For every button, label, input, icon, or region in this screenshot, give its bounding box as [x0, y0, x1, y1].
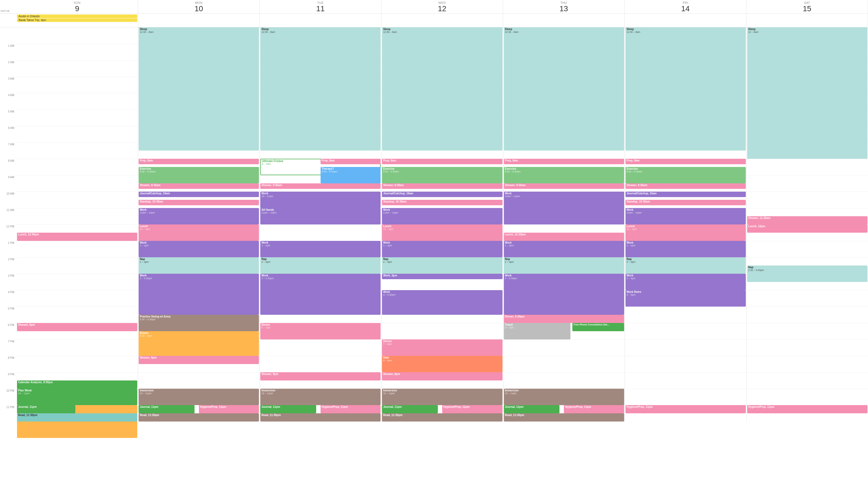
event-lunch-mon[interactable]: Lunch 12 – 1pm	[138, 225, 259, 241]
event-nap-thu[interactable]: Nap 2 – 3pm	[504, 257, 624, 274]
event-journal-catchup-fri[interactable]: Journal/Catchup, 10am	[625, 192, 746, 197]
event-shower-sun[interactable]: Shower, 6pm	[17, 323, 137, 331]
event-dinner-wed[interactable]: Dinner 7 – 8pm	[382, 339, 502, 356]
event-work-fri-3[interactable]: Work 3 – 4pm	[625, 274, 746, 290]
event-all-hands-tue[interactable]: All Hands 11am – 12pm	[260, 208, 380, 225]
allday-austin[interactable]: Austin in Orlando	[17, 14, 137, 18]
event-hygiene-fri[interactable]: Hygiene/Prep, 11pm	[625, 405, 746, 413]
event-work-thu-2[interactable]: Work 1 – 2pm	[504, 241, 624, 257]
event-work-fri-1[interactable]: Work 11am – 12pm	[625, 208, 746, 225]
event-sleep-sat[interactable]: Sleep 12 – 8am	[747, 27, 867, 159]
event-practice-swing-mon[interactable]: Practice Swing w/ Anna 5:30 – 6:30pm	[138, 315, 259, 331]
event-read-sun-late[interactable]: Read, 11:30pm	[17, 413, 137, 421]
event-standup-mon[interactable]: Standup, 10:30am	[138, 200, 259, 205]
event-lunch-wed[interactable]: Lunch 12 – 1pm	[382, 225, 502, 241]
event-hygiene-thu[interactable]: Hygiene/Prep, 11pm	[564, 405, 624, 413]
event-journal-tue[interactable]: Journal, 11pm	[260, 405, 316, 413]
event-dinner-tue[interactable]: Dinner 6 – 7pm	[260, 323, 380, 339]
event-hygiene-tue[interactable]: Hygiene/Prep, 11pm	[320, 405, 381, 413]
event-immersion-mon[interactable]: Immersion 10 – 11pm	[138, 389, 259, 405]
event-sleep-tue[interactable]: Sleep 12:30 – 8am	[260, 27, 380, 150]
event-sleep-wed[interactable]: Sleep 12:30 – 8am	[382, 27, 502, 150]
allday-thu	[503, 14, 625, 27]
event-nap-mon[interactable]: Nap 2 – 3pm	[138, 257, 259, 274]
event-shower-mon-8pm[interactable]: Shower, 8pm	[138, 356, 259, 364]
event-work-wed-2[interactable]: Work 1 – 2pm	[382, 241, 502, 257]
event-read-thu-late[interactable]: Read, 11:30pm	[504, 413, 624, 421]
event-cal-analysis-sun[interactable]: Calendar Analysis, 9:30pm	[17, 380, 137, 389]
event-work-wed-4[interactable]: Work 4 – 5:30pm	[382, 290, 502, 315]
event-journal-sun[interactable]: Journal, 11pm	[17, 405, 75, 413]
event-dinner-mon[interactable]: Dinner 6:30 – 8pm	[138, 331, 259, 356]
event-shower-thu[interactable]: Shower, 9:30am	[504, 183, 624, 189]
event-immersion-tue[interactable]: Immersion 10 – 11pm	[260, 389, 380, 405]
event-nap-wed[interactable]: Nap 2 – 3pm	[382, 257, 502, 274]
event-hygiene-wed[interactable]: Hygiene/Prep, 11pm	[442, 405, 502, 413]
event-lunch-fri[interactable]: Lunch 12 – 1pm	[625, 225, 746, 241]
event-work-mon-2[interactable]: Work 1 – 2pm	[138, 241, 259, 257]
event-work-retro-fri[interactable]: Work Retro 4 – 5pm	[625, 290, 746, 307]
event-work-tue-1[interactable]: Work 10 – 11am	[260, 192, 380, 208]
event-work-wed-3pm[interactable]: Work, 3pm	[382, 274, 502, 279]
day-col-wed: Read, 11:30pm Sleep 12:30 – 8am Prep, 8a…	[381, 27, 503, 421]
allday-barak[interactable]: Barak Tahoe Trip, 4pm	[17, 18, 137, 22]
event-lunch-sun[interactable]: Lunch, 12:30pm	[17, 233, 137, 241]
event-work-tue-3[interactable]: Work 3 – 5:30pm	[260, 274, 380, 315]
event-therapy-tue[interactable]: Therapy? 8:30 – 9:30am	[320, 167, 381, 183]
event-shower-mon[interactable]: Shower, 9:30am	[138, 183, 259, 189]
event-work-wed-1[interactable]: Work 11am – 12pm	[382, 208, 502, 225]
event-work-tue-2[interactable]: Work 1 – 2pm	[260, 241, 380, 257]
event-sleep-thu[interactable]: Sleep 12:30 – 8am	[504, 27, 624, 150]
event-shower-tue-9pm[interactable]: Shower, 9pm	[260, 372, 380, 380]
event-shower-tue[interactable]: Shower, 9:30am	[260, 183, 380, 189]
event-journal-thu[interactable]: Journal, 11pm	[504, 405, 560, 413]
event-prep-mon[interactable]: Prep, 8am	[138, 159, 259, 164]
event-travel-thu[interactable]: Travel 6 – 7pm	[504, 323, 571, 339]
event-read-mon-late[interactable]: Read, 11:30pm	[138, 413, 259, 421]
event-exercise-fri[interactable]: Exercise 8:30 – 9:30am	[625, 167, 746, 183]
event-immersion-thu[interactable]: Immersion 10 – 11pm	[504, 389, 624, 405]
event-nap-tue[interactable]: Nap 2 – 3pm	[260, 257, 380, 274]
event-lunch-sat[interactable]: Lunch, 12pm	[747, 225, 867, 233]
day-header-fri: FRI 14	[625, 0, 746, 13]
time-labels: 1 AM 2 AM 3 AM 4 AM 5 AM 6 AM 7 AM 8 AM …	[0, 27, 17, 421]
event-date-wed[interactable]: Date 8 – 9pm	[382, 356, 502, 372]
event-prep-thu[interactable]: Prep, 8am	[504, 159, 624, 164]
day-header-thu: THU 13	[503, 0, 625, 13]
event-immersion-wed[interactable]: Immersion 10 – 11pm	[382, 389, 502, 405]
event-free-phone-thu[interactable]: Free Phone Consultation (Ne...	[572, 323, 624, 331]
event-work-thu-3[interactable]: Work 3 – 5:30pm	[504, 274, 624, 315]
event-prep-fri[interactable]: Prep, 8am	[625, 159, 746, 164]
event-standup-fri[interactable]: Standup, 10:30am	[625, 200, 746, 205]
event-prep-tue[interactable]: Prep, 8am	[320, 159, 381, 164]
event-nap-sat[interactable]: Nap 2:30 – 3:30pm	[747, 266, 867, 282]
event-journal-catchup-mon[interactable]: Journal/Catchup, 10am	[138, 192, 259, 197]
event-sleep-mon[interactable]: Sleep 12:30 – 8am	[138, 27, 259, 150]
event-standup-wed[interactable]: Standup, 10:30am	[382, 200, 502, 205]
event-exercise-wed[interactable]: Exercise 8:30 – 9:30am	[382, 167, 502, 183]
event-journal-wed[interactable]: Journal, 11pm	[382, 405, 438, 413]
event-hygiene-mon[interactable]: Hygiene/Prep, 11pm	[199, 405, 259, 413]
event-sleep-fri[interactable]: Sleep 12:30 – 8am	[625, 27, 746, 150]
event-exercise-mon[interactable]: Exercise 8:30 – 9:30am	[138, 167, 259, 183]
event-prep-wed[interactable]: Prep, 8am	[382, 159, 502, 164]
event-read-tue-late[interactable]: Read, 11:30pm	[260, 413, 380, 421]
event-work-mon-1[interactable]: Work 11am – 12pm	[138, 208, 259, 225]
event-shower-sat[interactable]: Shower, 11:30am	[747, 216, 867, 225]
event-work-mon-3[interactable]: Work 3 – 5:30pm	[138, 274, 259, 315]
event-exercise-thu[interactable]: Exercise 8:30 – 9:30am	[504, 167, 624, 183]
event-nap-fri[interactable]: Nap 2 – 3pm	[625, 257, 746, 274]
event-lunch-thu[interactable]: Lunch, 12:30pm	[504, 233, 624, 241]
event-hygiene-sat[interactable]: Hygiene/Prep, 11pm	[747, 405, 867, 413]
event-plan-week-sun[interactable]: Plan Week 10 – 11pm	[17, 389, 137, 405]
event-work-fri-2[interactable]: Work 1 – 2pm	[625, 241, 746, 257]
event-journal-mon[interactable]: Journal, 11pm	[138, 405, 194, 413]
event-shower-wed[interactable]: Shower, 9:30am	[382, 183, 502, 189]
event-work-thu-1[interactable]: Work 10am – 12pm	[504, 192, 624, 225]
day-col-sat: Sleep 12 – 8am Shower, 11:30am Lunch, 12…	[747, 27, 868, 421]
event-dinner-thu[interactable]: Dinner, 5:30pm	[504, 315, 624, 323]
event-journal-catchup-wed[interactable]: Journal/Catchup, 10am	[382, 192, 502, 197]
event-read-wed-late[interactable]: Read, 11:30pm	[382, 413, 502, 421]
event-shower-fri[interactable]: Shower, 9:30am	[625, 183, 746, 189]
event-shower-wed-9pm[interactable]: Shower, 9pm	[382, 372, 502, 380]
